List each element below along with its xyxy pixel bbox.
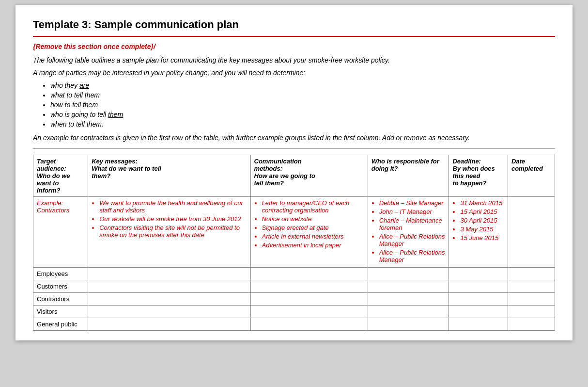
example-responsible: Debbie – Site Manager John – IT Manager … <box>368 197 449 268</box>
page-title: Template 3: Sample communication plan <box>33 18 555 31</box>
example-completed <box>508 197 555 268</box>
bullet-item-2: what to tell them <box>50 91 555 99</box>
example-messages: We want to promote the health and wellbe… <box>88 197 250 268</box>
row-customers: Customers <box>33 280 555 293</box>
method-2: Notice on website <box>262 215 364 223</box>
method-5: Advertisement in local paper <box>262 242 364 249</box>
col-header-messages: Key messages:What do we want to tellthem… <box>88 155 250 197</box>
col-header-methods: Communicationmethods:How are we going to… <box>250 155 368 197</box>
bullet-item-4: who is going to tell them <box>50 111 555 118</box>
col-header-completed: Date completed <box>508 155 555 197</box>
intro-text-1: The following table outlines a sample pl… <box>33 56 555 64</box>
example-deadlines: 31 March 2015 15 April 2015 30 April 201… <box>449 197 508 268</box>
example-note: An example for contractors is given in t… <box>33 134 555 142</box>
row-contractors: Contractors <box>33 293 555 306</box>
message-1: We want to promote the health and wellbe… <box>99 199 247 214</box>
message-3: Contractors visiting the site will not b… <box>99 224 247 239</box>
bullet-item-3: how to tell them <box>50 101 555 109</box>
responsible-4: Alice – Public Relations Manager <box>379 233 446 247</box>
row-general-public: General public <box>33 318 555 331</box>
deadline-5: 15 June 2015 <box>460 234 504 242</box>
row-employees: Employees <box>33 268 555 280</box>
communication-table: Target audience:Who do we want toinform?… <box>33 155 555 331</box>
bullet-item-1: who they are <box>50 81 555 89</box>
responsible-5: Alice – Public Relations Manager <box>379 249 446 263</box>
deadline-2: 15 April 2015 <box>460 208 504 215</box>
audience-employees: Employees <box>33 268 88 280</box>
audience-general-public: General public <box>33 318 88 331</box>
method-3: Signage erected at gate <box>262 224 364 231</box>
gray-divider <box>33 148 555 149</box>
bullet-list: who they are what to tell them how to te… <box>50 81 555 128</box>
remove-notice: {Remove this section once complete}/ <box>33 43 555 50</box>
method-1: Letter to manager/CEO of each contractin… <box>262 199 364 214</box>
col-header-responsible: Who is responsible fordoing it? <box>368 155 449 197</box>
page-container: Template 3: Sample communication plan {R… <box>15 5 573 340</box>
col-header-audience: Target audience:Who do we want toinform? <box>33 155 88 197</box>
red-divider <box>33 36 555 37</box>
example-row: Example: Contractors We want to promote … <box>33 197 555 268</box>
responsible-3: Charlie – Maintenance foreman <box>379 217 446 231</box>
audience-contractors: Contractors <box>33 293 88 306</box>
row-visitors: Visitors <box>33 306 555 318</box>
responsible-1: Debbie – Site Manager <box>379 199 446 207</box>
example-methods: Letter to manager/CEO of each contractin… <box>250 197 368 268</box>
deadline-4: 3 May 2015 <box>460 226 504 233</box>
audience-customers: Customers <box>33 280 88 293</box>
example-audience: Example: Contractors <box>33 197 88 268</box>
message-2: Our worksite will be smoke free from 30 … <box>99 215 247 223</box>
intro-text-2: A range of parties may be interested in … <box>33 69 555 77</box>
col-header-deadline: Deadline:By when does this needto happen… <box>449 155 508 197</box>
bullet-item-5: when to tell them. <box>50 120 555 128</box>
deadline-1: 31 March 2015 <box>460 199 504 207</box>
responsible-2: John – IT Manager <box>379 208 446 215</box>
audience-visitors: Visitors <box>33 306 88 318</box>
method-4: Article in external newsletters <box>262 233 364 240</box>
deadline-3: 30 April 2015 <box>460 217 504 224</box>
